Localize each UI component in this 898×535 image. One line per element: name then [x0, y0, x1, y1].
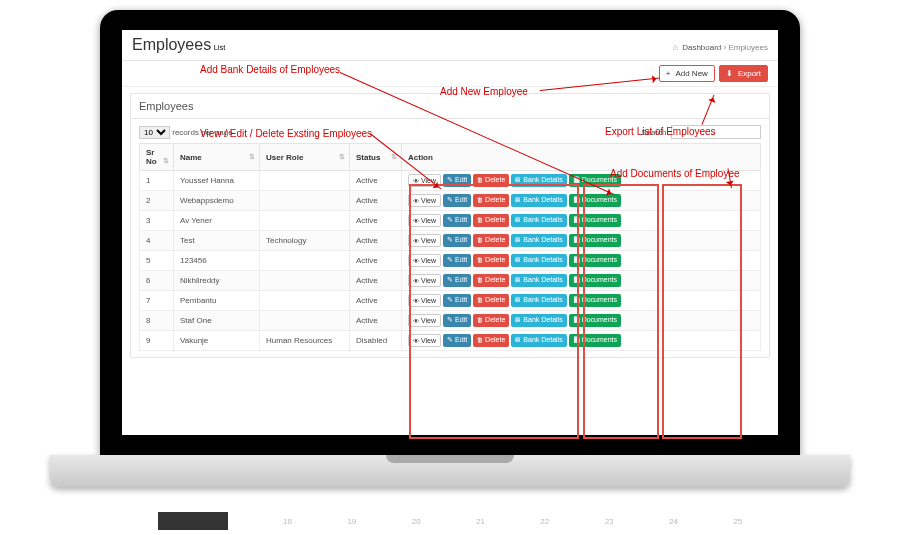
search-input[interactable]: [671, 125, 761, 139]
col-srno[interactable]: Sr No⇅: [140, 144, 174, 171]
eye-icon: [413, 337, 421, 344]
bank-icon: [515, 236, 523, 243]
bank-icon: [515, 216, 523, 223]
view-button[interactable]: View: [408, 334, 441, 347]
pencil-icon: [447, 276, 455, 283]
document-icon: [573, 296, 582, 303]
cell-status: Disabled: [350, 331, 402, 351]
edit-button[interactable]: Edit: [443, 274, 471, 287]
pencil-icon: [447, 216, 455, 223]
col-role[interactable]: User Role⇅: [260, 144, 350, 171]
documents-button[interactable]: Documents: [569, 234, 621, 247]
cell-name: Nikhilreddy: [174, 271, 260, 291]
view-button[interactable]: View: [408, 314, 441, 327]
cell-status: Active: [350, 211, 402, 231]
delete-button[interactable]: Delete: [473, 314, 509, 327]
page-length-select[interactable]: 10: [139, 126, 170, 139]
download-icon: [726, 69, 735, 78]
documents-button[interactable]: Documents: [569, 294, 621, 307]
table-row: 1Youssef HannaActiveViewEditDeleteBank D…: [140, 171, 761, 191]
delete-button[interactable]: Delete: [473, 234, 509, 247]
table-row: 7PembantuActiveViewEditDeleteBank Detail…: [140, 291, 761, 311]
bank-details-button[interactable]: Bank Details: [511, 294, 566, 307]
bank-details-button[interactable]: Bank Details: [511, 174, 566, 187]
add-new-button[interactable]: Add New: [659, 65, 715, 82]
documents-button[interactable]: Documents: [569, 274, 621, 287]
cell-status: Active: [350, 251, 402, 271]
table-row: 4TestTechnologyActiveViewEditDeleteBank …: [140, 231, 761, 251]
edit-button[interactable]: Edit: [443, 294, 471, 307]
delete-button[interactable]: Delete: [473, 254, 509, 267]
document-icon: [573, 216, 582, 223]
cell-role: [260, 291, 350, 311]
bank-details-button[interactable]: Bank Details: [511, 234, 566, 247]
cell-role: Technology: [260, 231, 350, 251]
col-action: Action: [402, 144, 761, 171]
col-name[interactable]: Name⇅: [174, 144, 260, 171]
eye-icon: [413, 177, 421, 184]
bank-icon: [515, 336, 523, 343]
trash-icon: [477, 316, 485, 323]
bank-icon: [515, 196, 523, 203]
view-button[interactable]: View: [408, 294, 441, 307]
bank-details-button[interactable]: Bank Details: [511, 194, 566, 207]
cell-role: [260, 171, 350, 191]
delete-button[interactable]: Delete: [473, 174, 509, 187]
cell-role: [260, 311, 350, 331]
edit-button[interactable]: Edit: [443, 314, 471, 327]
view-button[interactable]: View: [408, 274, 441, 287]
eye-icon: [413, 237, 421, 244]
cell-status: Active: [350, 291, 402, 311]
search-label: Search:: [641, 128, 669, 137]
trash-icon: [477, 336, 485, 343]
documents-button[interactable]: Documents: [569, 314, 621, 327]
view-button[interactable]: View: [408, 214, 441, 227]
cell-role: [260, 191, 350, 211]
cell-role: [260, 251, 350, 271]
edit-button[interactable]: Edit: [443, 234, 471, 247]
export-button[interactable]: Export: [719, 65, 768, 82]
cell-role: Human Resources: [260, 331, 350, 351]
page-subtitle: List: [214, 43, 226, 52]
cell-name: Test: [174, 231, 260, 251]
bank-icon: [515, 296, 523, 303]
view-button[interactable]: View: [408, 254, 441, 267]
eye-icon: [413, 217, 421, 224]
bank-details-button[interactable]: Bank Details: [511, 334, 566, 347]
edit-button[interactable]: Edit: [443, 214, 471, 227]
view-button[interactable]: View: [408, 234, 441, 247]
cell-name: Pembantu: [174, 291, 260, 311]
documents-button[interactable]: Documents: [569, 254, 621, 267]
cell-status: Active: [350, 171, 402, 191]
bank-details-button[interactable]: Bank Details: [511, 254, 566, 267]
delete-button[interactable]: Delete: [473, 274, 509, 287]
document-icon: [573, 336, 582, 343]
cell-srno: 2: [140, 191, 174, 211]
edit-button[interactable]: Edit: [443, 254, 471, 267]
documents-button[interactable]: Documents: [569, 214, 621, 227]
col-status[interactable]: Status⇅: [350, 144, 402, 171]
cell-srno: 7: [140, 291, 174, 311]
pencil-icon: [447, 236, 455, 243]
delete-button[interactable]: Delete: [473, 334, 509, 347]
bank-details-button[interactable]: Bank Details: [511, 214, 566, 227]
view-button[interactable]: View: [408, 194, 441, 207]
delete-button[interactable]: Delete: [473, 194, 509, 207]
cell-srno: 8: [140, 311, 174, 331]
delete-button[interactable]: Delete: [473, 214, 509, 227]
bank-details-button[interactable]: Bank Details: [511, 274, 566, 287]
cell-srno: 4: [140, 231, 174, 251]
eye-icon: [413, 197, 421, 204]
breadcrumb-home[interactable]: Dashboard: [682, 43, 721, 52]
cell-status: Active: [350, 271, 402, 291]
documents-button[interactable]: Documents: [569, 334, 621, 347]
edit-button[interactable]: Edit: [443, 194, 471, 207]
trash-icon: [477, 196, 485, 203]
bank-details-button[interactable]: Bank Details: [511, 314, 566, 327]
document-icon: [573, 236, 582, 243]
edit-button[interactable]: Edit: [443, 334, 471, 347]
delete-button[interactable]: Delete: [473, 294, 509, 307]
edit-button[interactable]: Edit: [443, 174, 471, 187]
cell-role: [260, 211, 350, 231]
document-icon: [573, 196, 582, 203]
